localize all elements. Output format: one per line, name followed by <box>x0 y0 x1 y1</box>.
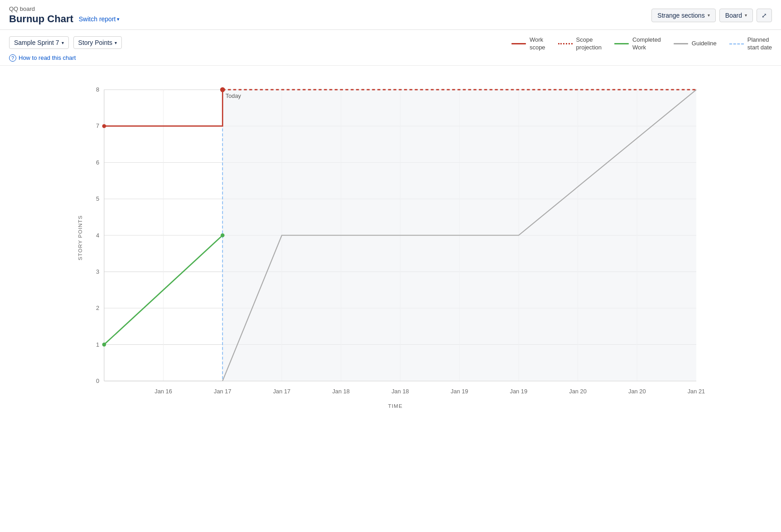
header: QQ board Burnup Chart Switch report Stra… <box>0 0 781 30</box>
switch-report-button[interactable]: Switch report <box>79 15 120 23</box>
legend-completed-work: CompletedWork <box>614 36 661 52</box>
completed-work-today-dot <box>221 233 225 237</box>
page-title: Burnup Chart Switch report <box>9 13 120 25</box>
y-tick-2: 2 <box>96 305 99 311</box>
completed-work-label: CompletedWork <box>632 36 661 52</box>
y-tick-7: 7 <box>96 122 99 129</box>
y-tick-6: 6 <box>96 159 99 166</box>
strange-sections-button[interactable]: Strange sections ▾ <box>651 9 715 22</box>
expand-button[interactable]: ⤢ <box>757 9 772 22</box>
scope-projection-line-icon <box>558 43 573 44</box>
work-scope-line-icon <box>511 43 526 44</box>
y-tick-8: 8 <box>96 86 99 93</box>
y-tick-1: 1 <box>96 341 99 348</box>
page-title-text: Burnup Chart <box>9 13 73 25</box>
y-tick-0: 0 <box>96 377 99 384</box>
legend-work-scope: Workscope <box>511 36 545 52</box>
y-tick-3: 3 <box>96 268 99 275</box>
guideline-line-icon <box>674 43 688 44</box>
y-tick-4: 4 <box>96 232 99 238</box>
board-button-label: Board <box>725 12 742 19</box>
sprint-label: Sample Sprint 7 <box>14 39 59 46</box>
x-tick-1: Jan 16 <box>154 387 172 394</box>
strange-sections-chevron-icon: ▾ <box>708 13 710 18</box>
controls: Sample Sprint 7 ▾ Story Points ▾ Worksco… <box>0 30 781 66</box>
y-tick-5: 5 <box>96 195 99 202</box>
chart-container: STORY POINTS TIME 0 1 2 3 4 5 6 7 <box>9 70 772 410</box>
guideline-label: Guideline <box>692 40 717 48</box>
completed-work-start-dot <box>102 343 106 347</box>
x-tick-9: Jan 20 <box>628 387 646 394</box>
x-tick-7: Jan 19 <box>510 387 528 394</box>
work-scope-label: Workscope <box>530 36 545 52</box>
metric-dropdown[interactable]: Story Points ▾ <box>73 36 122 49</box>
expand-icon: ⤢ <box>762 12 767 19</box>
burnup-chart-svg: STORY POINTS TIME 0 1 2 3 4 5 6 7 <box>9 70 772 410</box>
metric-chevron-icon: ▾ <box>115 40 117 45</box>
work-scope-today-dot <box>220 87 225 92</box>
how-to-read-button[interactable]: ? How to read this chart <box>9 54 772 62</box>
planned-start-label: Plannedstart date <box>747 36 772 52</box>
x-tick-5: Jan 18 <box>391 387 409 394</box>
chart-area: STORY POINTS TIME 0 1 2 3 4 5 6 7 <box>0 66 781 419</box>
controls-left: Sample Sprint 7 ▾ Story Points ▾ <box>9 36 122 49</box>
header-right: Strange sections ▾ Board ▾ ⤢ <box>651 9 772 22</box>
board-button[interactable]: Board ▾ <box>719 9 753 22</box>
board-chevron-icon: ▾ <box>745 13 747 18</box>
board-label: QQ board <box>9 5 120 12</box>
completed-work-line-icon <box>614 43 629 44</box>
legend-planned-start: Plannedstart date <box>729 36 772 52</box>
strange-sections-label: Strange sections <box>657 12 704 19</box>
today-label: Today <box>226 92 241 99</box>
sprint-dropdown[interactable]: Sample Sprint 7 ▾ <box>9 36 69 49</box>
x-tick-3: Jan 17 <box>273 387 291 394</box>
controls-top: Sample Sprint 7 ▾ Story Points ▾ Worksco… <box>9 36 772 52</box>
legend-scope-projection: Scopeprojection <box>558 36 602 52</box>
y-axis-label: STORY POINTS <box>77 215 83 261</box>
how-to-read-label: How to read this chart <box>19 54 76 61</box>
metric-label: Story Points <box>78 39 112 46</box>
work-scope-start-dot <box>102 124 106 128</box>
x-tick-6: Jan 19 <box>451 387 468 394</box>
x-tick-4: Jan 18 <box>332 387 350 394</box>
legend-guideline: Guideline <box>674 40 717 48</box>
question-icon: ? <box>9 54 16 62</box>
sprint-chevron-icon: ▾ <box>62 40 64 45</box>
planned-start-line-icon <box>729 44 744 44</box>
scope-projection-label: Scopeprojection <box>576 36 602 52</box>
x-tick-10: Jan 21 <box>688 387 705 394</box>
x-tick-8: Jan 20 <box>569 387 587 394</box>
legend: Workscope Scopeprojection CompletedWork … <box>511 36 772 52</box>
header-left: QQ board Burnup Chart Switch report <box>9 5 120 25</box>
x-axis-label: TIME <box>388 402 403 408</box>
x-tick-2: Jan 17 <box>214 387 231 394</box>
